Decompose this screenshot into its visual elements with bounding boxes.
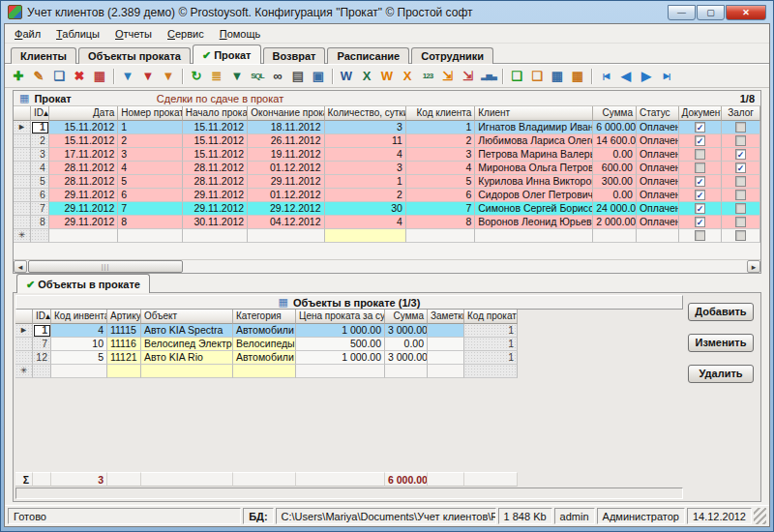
nav-first-icon[interactable]: |◀ <box>596 67 615 85</box>
row-selector[interactable]: ► <box>15 324 33 338</box>
grid-cell[interactable] <box>385 365 428 378</box>
checkbox-checked[interactable]: ✓ <box>695 217 705 227</box>
grid-cell[interactable]: ✓ <box>722 162 760 175</box>
print-icon[interactable]: ▤ <box>288 67 308 85</box>
grid-cell[interactable]: Автомобили <box>233 324 296 338</box>
grid-cell[interactable]: ✓ <box>722 229 760 243</box>
checkbox-unchecked[interactable]: ✓ <box>695 163 705 173</box>
grid-cell[interactable] <box>233 365 296 378</box>
grid-cell[interactable]: 1 <box>464 338 518 351</box>
grid-cell[interactable]: 2 000.00 <box>593 216 637 229</box>
column-header[interactable]: Цена проката за сутки <box>296 310 385 324</box>
grid-cell[interactable]: ✓ <box>722 148 760 162</box>
grid-cell[interactable]: 1 <box>406 121 475 134</box>
grid-cell[interactable]: Миронова Ольга Петровна <box>475 162 593 175</box>
column-header[interactable]: Код инвентаря <box>51 310 107 324</box>
grid-cell[interactable]: 28.11.2012 <box>49 175 118 189</box>
column-header[interactable]: Окончание проката <box>248 106 324 121</box>
grid-cell[interactable]: 7 <box>31 202 49 216</box>
grid-cell[interactable]: 28.11.2012 <box>49 162 118 175</box>
row-selector[interactable]: ✳ <box>15 365 33 378</box>
column-header[interactable]: Клиент <box>475 106 593 121</box>
grid-cell[interactable]: 04.12.2012 <box>248 216 324 229</box>
grid-cell[interactable]: 28.11.2012 <box>183 175 248 189</box>
grid-cell[interactable]: Оплачено <box>637 121 679 134</box>
grid-cell[interactable]: 6 <box>31 189 49 202</box>
menu-item-отчеты[interactable]: Отчеты <box>107 26 160 42</box>
column-header[interactable]: Начало проката <box>183 106 248 121</box>
checkbox-checked[interactable]: ✓ <box>735 163 746 173</box>
column-header[interactable]: Статус <box>637 106 679 121</box>
grid-cell[interactable]: 29.11.2012 <box>49 189 118 202</box>
grid-cell[interactable]: 500.00 <box>296 338 385 351</box>
checkbox-checked[interactable]: ✓ <box>695 190 705 200</box>
grid-cell[interactable]: Авто KIA Spectra <box>141 324 233 338</box>
scroll-thumb[interactable] <box>28 260 183 273</box>
add-record-icon[interactable]: ✚ <box>9 67 28 85</box>
delete-table-icon[interactable]: ▦ <box>90 67 109 85</box>
resize-grip[interactable] <box>754 508 766 524</box>
grid-cell[interactable] <box>51 365 107 378</box>
grid-cell[interactable]: ✓ <box>679 148 723 162</box>
table-settings-icon[interactable]: ▦ <box>568 67 587 85</box>
grid-cell[interactable]: 5 <box>51 351 107 365</box>
grid-cell[interactable]: 15.11.2012 <box>49 134 118 148</box>
column-header[interactable]: Заметки <box>428 310 464 324</box>
grid-cell[interactable]: 01.12.2012 <box>248 189 324 202</box>
checkbox-unchecked[interactable]: ✓ <box>735 122 746 133</box>
grid-cell[interactable]: 3 <box>325 162 406 175</box>
nav-last-icon[interactable]: ▶| <box>657 67 676 85</box>
grid-cell[interactable]: 4 <box>31 162 49 175</box>
grid-cell[interactable]: Воронов Леонид Юрьевич <box>475 216 593 229</box>
menu-item-помощь[interactable]: Помощь <box>212 26 269 42</box>
checkbox-unchecked[interactable]: ✓ <box>735 230 746 241</box>
grid-cell[interactable]: Оплачено <box>637 162 679 175</box>
add-button[interactable]: Добавить <box>688 303 754 321</box>
edit-button[interactable]: Изменить <box>688 334 754 352</box>
grid-cell[interactable]: Оплачено <box>637 175 679 189</box>
scroll-track[interactable] <box>184 260 747 273</box>
grid-cell[interactable]: Оплачено <box>637 216 679 229</box>
grid-cell[interactable] <box>325 229 406 243</box>
column-header[interactable]: ID▴ <box>31 106 49 121</box>
column-header[interactable]: Артикул <box>107 310 141 324</box>
grid-cell[interactable]: 15.11.2012 <box>183 148 248 162</box>
sql-view-icon[interactable]: SQL <box>248 67 267 85</box>
grid-cell[interactable]: ✓ <box>679 202 723 216</box>
grid-cell[interactable]: 15.11.2012 <box>183 121 248 134</box>
grid-cell[interactable] <box>428 324 464 338</box>
grid-cell[interactable]: 1 <box>464 351 518 365</box>
row-selector[interactable] <box>14 202 31 216</box>
tab-1[interactable]: Клиенты <box>11 47 76 64</box>
grid-cell[interactable]: 8 <box>406 216 475 229</box>
row-selector[interactable] <box>14 216 31 229</box>
menu-item-таблицы[interactable]: Таблицы <box>48 26 107 42</box>
grid-cell[interactable]: 29.11.2012 <box>49 202 118 216</box>
grid-cell[interactable]: 6 <box>406 189 475 202</box>
checkbox-unchecked[interactable]: ✓ <box>735 190 746 200</box>
grid-cell[interactable]: 30.11.2012 <box>183 216 248 229</box>
tab-6[interactable]: Сотрудники <box>411 47 493 64</box>
grid-cell[interactable]: ✓ <box>679 229 723 243</box>
tab-2[interactable]: Объекты проката <box>78 47 191 64</box>
grid-cell[interactable]: 11 <box>325 134 406 148</box>
grid-cell[interactable]: 29.11.2012 <box>248 175 324 189</box>
table-form-icon[interactable]: ▦ <box>548 67 567 85</box>
column-header[interactable]: Количество, сутки <box>325 106 406 121</box>
grid-cell[interactable]: ✓ <box>679 216 723 229</box>
row-selector[interactable] <box>14 175 31 189</box>
grid-cell[interactable]: ✓ <box>679 189 723 202</box>
grid-cell[interactable]: 3 <box>406 148 475 162</box>
grid-cell[interactable]: 11115 <box>107 324 141 338</box>
filter-set-icon[interactable]: ▼ <box>118 67 137 85</box>
chart-icon[interactable]: ▂▅▃ <box>479 67 498 85</box>
grid-cell[interactable]: 15.11.2012 <box>183 134 248 148</box>
group-tree-icon[interactable]: ≣ <box>207 67 226 85</box>
grid-cell[interactable]: 4 <box>51 324 107 338</box>
grid-cell[interactable]: ✓ <box>679 175 723 189</box>
grid-cell[interactable]: 11116 <box>107 338 141 351</box>
checkbox-checked[interactable]: ✓ <box>695 135 705 146</box>
nav-next-icon[interactable]: ▶ <box>637 67 656 85</box>
grid-cell[interactable]: 24 000.00 <box>593 202 637 216</box>
grid-cell[interactable] <box>464 365 518 378</box>
